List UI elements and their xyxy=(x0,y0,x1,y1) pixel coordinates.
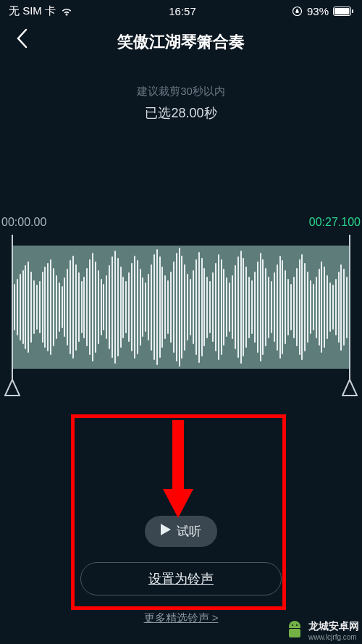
wave-bar xyxy=(319,269,320,345)
wave-bar xyxy=(81,281,83,333)
wave-bar xyxy=(248,277,250,338)
wave-bar xyxy=(151,264,152,351)
wave-bar xyxy=(313,284,314,331)
wave-bar xyxy=(301,254,303,360)
wave-bar xyxy=(184,264,185,351)
wave-bar xyxy=(122,277,124,338)
wave-bar xyxy=(86,268,88,347)
wave-bar xyxy=(176,253,177,361)
wave-bar xyxy=(282,260,283,354)
status-left: 无 SIM 卡 xyxy=(9,4,73,18)
wave-bar xyxy=(195,259,197,356)
wave-bar xyxy=(114,251,116,364)
wave-bar xyxy=(89,259,90,356)
wave-bar xyxy=(64,277,65,337)
trim-marker-left[interactable] xyxy=(12,235,13,380)
waveform[interactable] xyxy=(12,246,350,369)
waveform-container xyxy=(0,235,362,380)
watermark-title: 龙城安卓网 xyxy=(308,620,359,633)
wave-bar xyxy=(95,262,96,353)
wave-bar xyxy=(140,269,141,345)
wave-bar xyxy=(187,274,188,340)
wave-bar xyxy=(111,256,113,357)
status-right: 93% xyxy=(292,5,353,17)
wave-bar xyxy=(170,272,172,343)
wave-bar xyxy=(240,251,242,364)
wave-bar xyxy=(103,284,104,331)
wave-bar xyxy=(226,277,227,337)
wave-bar xyxy=(53,268,54,347)
more-ringtones-link[interactable]: 更多精选铃声 > xyxy=(144,611,219,625)
wave-bar xyxy=(20,274,21,340)
watermark-url: www.lcjrfg.com xyxy=(308,633,357,641)
wave-bar xyxy=(106,275,107,339)
wave-bar xyxy=(83,277,85,338)
wave-bar xyxy=(62,286,63,328)
annotation-arrow xyxy=(160,420,196,522)
trim-handle-right-icon[interactable] xyxy=(342,380,358,398)
wave-bar xyxy=(148,274,149,340)
wave-bar xyxy=(215,263,216,351)
wave-bar xyxy=(335,279,337,335)
battery-percent: 93% xyxy=(307,5,329,17)
time-row: 00:00.00 00:27.100 xyxy=(0,216,362,229)
wave-bar xyxy=(153,254,155,360)
wave-bar xyxy=(198,252,200,363)
wave-bar xyxy=(277,264,278,351)
wave-bar xyxy=(22,270,24,344)
wave-bar xyxy=(98,270,99,344)
set-ringtone-button[interactable]: 设置为铃声 xyxy=(80,562,282,595)
wave-bar xyxy=(229,283,230,332)
wave-bar xyxy=(30,272,32,343)
svg-rect-4 xyxy=(172,420,184,489)
wave-bar xyxy=(257,262,258,353)
back-button[interactable] xyxy=(16,28,28,51)
svg-rect-2 xyxy=(334,8,350,14)
wave-bar xyxy=(296,268,298,347)
wave-bar xyxy=(285,270,286,344)
wave-bar xyxy=(316,277,317,338)
wave-bar xyxy=(304,263,306,351)
wave-bar xyxy=(156,249,158,365)
wave-bar xyxy=(232,275,233,339)
wave-bar xyxy=(17,279,18,335)
battery-icon xyxy=(333,7,353,16)
wave-bar xyxy=(235,265,236,349)
wave-bar xyxy=(14,284,15,331)
wave-bar xyxy=(128,272,130,341)
play-button[interactable]: 试听 xyxy=(145,516,217,547)
wave-bar xyxy=(173,262,174,353)
wave-bar xyxy=(223,269,224,345)
wave-bar xyxy=(131,263,132,351)
more-ringtones-label: 更多精选铃声 > xyxy=(144,611,219,624)
wave-bar xyxy=(201,258,203,356)
wave-bar xyxy=(70,260,71,354)
wave-bar xyxy=(33,280,35,335)
trim-handle-left-icon[interactable] xyxy=(4,380,20,398)
sim-status: 无 SIM 卡 xyxy=(9,4,56,18)
start-time: 00:00.00 xyxy=(1,216,46,229)
selected-duration: 已选28.00秒 xyxy=(0,104,362,122)
trim-hint: 建议裁剪30秒以内 xyxy=(0,85,362,99)
wave-bar xyxy=(218,254,219,360)
wave-bar xyxy=(245,267,247,348)
wave-bar xyxy=(203,268,205,347)
rotation-lock-icon xyxy=(292,6,303,17)
wifi-icon xyxy=(60,7,73,17)
status-time: 16:57 xyxy=(169,5,196,17)
wave-bar xyxy=(332,285,334,329)
wave-bar xyxy=(324,267,325,348)
trim-marker-right[interactable] xyxy=(349,235,350,380)
wave-bar xyxy=(271,281,272,333)
wave-bar xyxy=(287,279,289,335)
wave-bar xyxy=(293,277,295,338)
wave-bar xyxy=(340,264,342,351)
wave-bar xyxy=(243,258,244,356)
watermark: 龙城安卓网 www.lcjrfg.com xyxy=(285,619,359,641)
wave-bar xyxy=(44,267,46,348)
wave-bar xyxy=(237,256,239,357)
wave-bar xyxy=(28,262,29,353)
wave-bar xyxy=(167,280,169,335)
wave-bar xyxy=(190,279,191,335)
wave-bar xyxy=(117,258,119,356)
